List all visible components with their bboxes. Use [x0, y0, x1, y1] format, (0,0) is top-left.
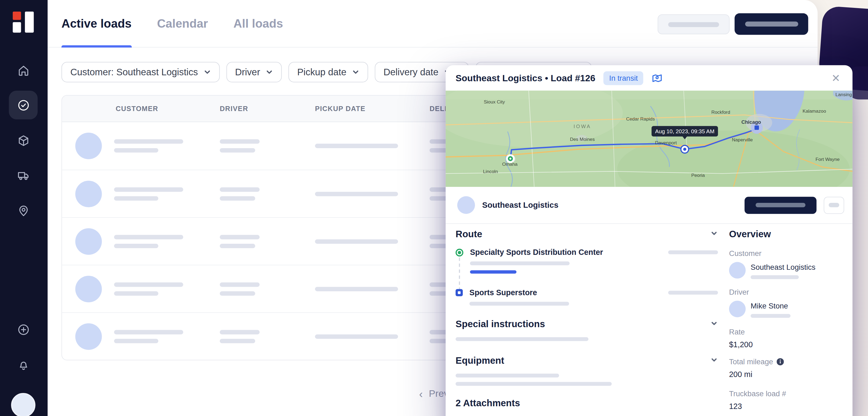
filter-driver[interactable]: Driver — [226, 62, 282, 82]
filter-delivery-date-label: Delivery date — [383, 67, 438, 78]
customer-avatar — [75, 133, 102, 159]
tab-calendar[interactable]: Calendar — [157, 0, 208, 48]
load-detail-modal: Southeast Logistics • Load #126 In trans… — [446, 65, 852, 416]
svg-text:Rockford: Rockford — [711, 109, 730, 115]
modal-more-button[interactable] — [824, 197, 844, 214]
driver-name: Mike Stone — [750, 302, 790, 310]
shipments-box-icon[interactable] — [12, 130, 34, 152]
app-window: Active loads Calendar All loads Customer… — [0, 0, 868, 416]
svg-text:Lincoln: Lincoln — [483, 169, 498, 174]
secondary-action-button[interactable] — [657, 14, 730, 34]
primary-action-button[interactable] — [735, 13, 808, 35]
chevron-down-icon[interactable] — [710, 230, 718, 239]
info-icon[interactable] — [776, 358, 784, 366]
chevron-down-icon[interactable] — [710, 356, 718, 366]
attachments-title: 2 Attachments — [456, 398, 520, 409]
svg-text:Des Moines: Des Moines — [570, 137, 595, 142]
route-stops: Specialty Sports Distribution Center Spo… — [456, 247, 718, 306]
svg-text:Lansing: Lansing — [835, 92, 852, 97]
tab-active-loads[interactable]: Active loads — [62, 0, 132, 48]
col-driver[interactable]: DRIVER — [220, 105, 248, 113]
route-progress-bar — [470, 270, 517, 274]
load-number-label: Truckbase load # — [729, 390, 844, 398]
route-stop-origin[interactable]: Specialty Sports Distribution Center — [456, 247, 718, 274]
active-loads-icon[interactable] — [9, 91, 38, 119]
user-avatar[interactable] — [11, 393, 35, 416]
customer-name: Southeast Logistics — [750, 263, 815, 271]
route-map[interactable]: Aug 10, 2023, 09:35 AM Sioux City IOWA C… — [446, 91, 852, 187]
overview-driver[interactable]: Mike Stone — [729, 301, 844, 318]
status-badge: In transit — [603, 71, 643, 85]
special-instructions-title: Special instructions — [456, 319, 545, 330]
customer-name: Southeast Logistics — [482, 201, 558, 210]
attachments-header[interactable]: 2 Attachments — [456, 398, 718, 409]
svg-text:Peoria: Peoria — [691, 173, 705, 178]
current-position-marker — [681, 145, 689, 153]
button-label-skeleton — [745, 22, 798, 27]
special-instructions-header[interactable]: Special instructions — [456, 319, 718, 330]
route-stop-destination[interactable]: Sports Superstore — [456, 288, 718, 306]
customer-avatar — [75, 323, 102, 350]
svg-text:Chicago: Chicago — [741, 119, 761, 125]
modal-header: Southeast Logistics • Load #126 In trans… — [446, 65, 852, 91]
tab-all-loads[interactable]: All loads — [234, 0, 283, 48]
tabs-bar: Active loads Calendar All loads — [48, 0, 818, 48]
col-customer[interactable]: CUSTOMER — [116, 105, 158, 113]
equipment-header[interactable]: Equipment — [456, 355, 718, 367]
modal-title: Southeast Logistics • Load #126 — [456, 73, 595, 83]
chevron-down-icon[interactable] — [710, 320, 718, 330]
add-plus-icon[interactable] — [12, 318, 34, 341]
rate-value: $1,200 — [729, 340, 844, 349]
stop-name: Specialty Sports Distribution Center — [470, 247, 661, 256]
modal-primary-button[interactable] — [745, 197, 816, 214]
driver-avatar — [729, 301, 746, 317]
sidebar — [0, 0, 48, 416]
filter-pickup-date[interactable]: Pickup date — [288, 62, 368, 82]
load-number-value: 123 — [729, 402, 844, 411]
truckbase-logo-icon[interactable] — [13, 11, 35, 33]
mileage-value: 200 mi — [729, 370, 844, 379]
overview-customer[interactable]: Southeast Logistics — [729, 262, 844, 279]
detail-sections: Route Specialty Sports Distribution Cent… — [456, 229, 718, 411]
filter-customer-label: Customer: Southeast Logistics — [70, 67, 198, 78]
svg-text:Kalamazoo: Kalamazoo — [803, 108, 826, 114]
chevron-down-icon — [266, 69, 273, 76]
svg-text:Aug 10, 2023, 09:35 AM: Aug 10, 2023, 09:35 AM — [655, 128, 714, 134]
svg-text:Omaha: Omaha — [502, 162, 518, 167]
route-map-icon[interactable] — [652, 72, 663, 83]
svg-text:Cedar Rapids: Cedar Rapids — [626, 116, 655, 122]
customer-avatar — [729, 262, 746, 278]
svg-text:Davenport: Davenport — [655, 140, 677, 145]
svg-text:Naperville: Naperville — [732, 137, 753, 142]
col-pickup-date[interactable]: PICKUP DATE — [315, 105, 365, 113]
rate-label: Rate — [729, 328, 844, 336]
customer-avatar — [457, 196, 475, 214]
modal-body: Route Specialty Sports Distribution Cent… — [446, 224, 852, 411]
svg-text:Fort Wayne: Fort Wayne — [816, 157, 840, 162]
driver-label: Driver — [729, 288, 844, 296]
route-section-header[interactable]: Route — [456, 229, 718, 240]
chevron-down-icon — [204, 69, 211, 76]
origin-stop-icon — [456, 249, 464, 256]
stop-name: Sports Superstore — [469, 288, 661, 297]
customer-avatar — [75, 181, 102, 207]
equipment-title: Equipment — [456, 355, 504, 367]
customer-avatar — [75, 276, 102, 302]
notifications-bell-icon[interactable] — [12, 354, 34, 376]
filter-customer[interactable]: Customer: Southeast Logistics — [62, 62, 220, 82]
button-label-skeleton — [668, 22, 719, 27]
route-title: Route — [456, 229, 482, 240]
chevron-left-icon: ‹ — [419, 388, 423, 400]
customer-label: Customer — [729, 249, 844, 257]
location-pin-icon[interactable] — [12, 200, 34, 222]
svg-text:Sioux City: Sioux City — [484, 99, 505, 105]
close-icon[interactable]: ✕ — [829, 71, 842, 84]
overview-title: Overview — [729, 229, 844, 240]
overview-panel: Overview Customer Southeast Logistics Dr… — [729, 229, 844, 411]
truck-icon[interactable] — [12, 164, 34, 186]
chevron-down-icon — [352, 69, 359, 76]
home-icon[interactable] — [12, 59, 34, 81]
customer-summary-bar: Southeast Logistics — [446, 187, 852, 224]
destination-stop-icon — [456, 289, 463, 296]
filter-pickup-date-label: Pickup date — [297, 67, 346, 78]
